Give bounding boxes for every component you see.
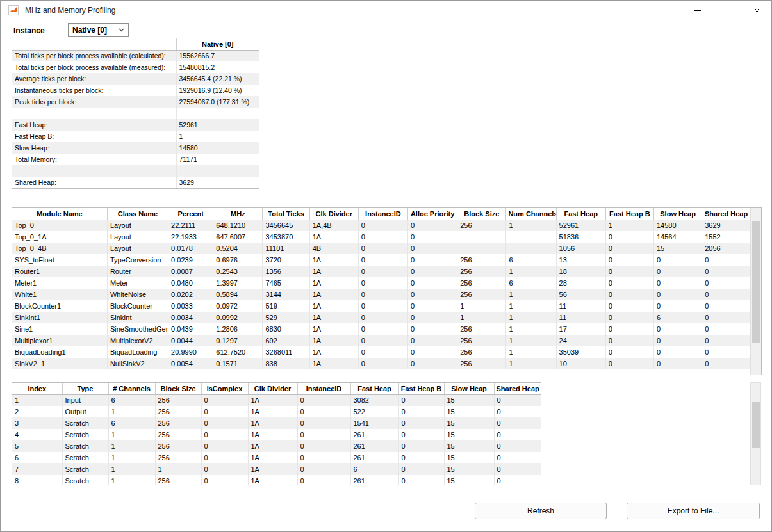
table-cell[interactable]: Router1 bbox=[12, 266, 107, 277]
table-row[interactable]: Shared Heap:3629 bbox=[12, 177, 259, 188]
table-cell[interactable]: 1A bbox=[248, 429, 297, 440]
table-cell[interactable]: 0 bbox=[201, 417, 248, 429]
table-cell[interactable]: 6 bbox=[506, 254, 556, 266]
instance-dropdown[interactable]: Native [0] bbox=[68, 23, 129, 37]
table-row[interactable]: SinkV2_1NullSinkV20.00540.15718381A00256… bbox=[12, 358, 750, 369]
table-cell[interactable]: 10 bbox=[556, 358, 605, 369]
table-cell[interactable]: 0.0054 bbox=[168, 358, 213, 369]
table-cell[interactable]: 0 bbox=[201, 475, 248, 485]
table-cell[interactable]: 0 bbox=[605, 243, 653, 254]
table-cell[interactable]: 0 bbox=[653, 323, 702, 335]
table-row[interactable]: Sine1SineSmoothedGen0.04391.280668301A00… bbox=[12, 323, 750, 335]
table-cell[interactable]: 1056 bbox=[556, 243, 605, 254]
table-cell[interactable]: 52961 bbox=[556, 220, 605, 231]
table-cell[interactable]: 1 bbox=[506, 312, 556, 323]
table-cell[interactable]: 0 bbox=[408, 231, 457, 243]
table-cell[interactable]: 0 bbox=[408, 346, 457, 358]
table-cell[interactable]: 3456645 bbox=[263, 220, 309, 231]
table-cell[interactable]: 519 bbox=[263, 300, 309, 312]
table-row[interactable]: Slow Heap:14580 bbox=[12, 142, 259, 154]
table-cell[interactable]: Top_0_1A bbox=[12, 231, 107, 243]
table-cell[interactable]: 261 bbox=[350, 452, 398, 463]
table-cell[interactable]: 1 bbox=[506, 358, 556, 369]
table-cell[interactable]: 0 bbox=[702, 323, 750, 335]
table-cell[interactable]: 56 bbox=[556, 289, 605, 300]
table-cell[interactable]: 0 bbox=[358, 323, 407, 335]
table-cell[interactable]: 0 bbox=[494, 406, 541, 417]
table-cell[interactable]: 1 bbox=[108, 463, 155, 475]
table-row[interactable]: Total Memory:71171 bbox=[12, 154, 259, 165]
table-cell[interactable]: 612.7520 bbox=[213, 346, 263, 358]
table-cell[interactable]: 1 bbox=[108, 440, 155, 452]
table-cell[interactable]: Meter1 bbox=[12, 277, 107, 289]
table-cell[interactable]: 0 bbox=[702, 335, 750, 346]
table-cell[interactable]: 1A bbox=[309, 312, 358, 323]
table-row[interactable]: 1Input625601A030820150 bbox=[12, 394, 541, 406]
table-cell[interactable] bbox=[506, 231, 556, 243]
table-cell[interactable]: 0 bbox=[201, 452, 248, 463]
table-cell[interactable]: Total ticks per block process available … bbox=[12, 50, 176, 61]
table-cell[interactable]: 1A bbox=[309, 335, 358, 346]
table-cell[interactable] bbox=[12, 165, 176, 177]
table-cell[interactable]: 4 bbox=[12, 429, 62, 440]
table-cell[interactable]: 0 bbox=[358, 300, 407, 312]
table-cell[interactable]: 15562666.7 bbox=[176, 50, 259, 61]
table-cell[interactable]: 6 bbox=[350, 463, 398, 475]
table-row[interactable]: 5Scratch125601A02610150 bbox=[12, 440, 541, 452]
table-cell[interactable]: 0.0202 bbox=[168, 289, 213, 300]
table-cell[interactable]: 2056 bbox=[702, 243, 750, 254]
table-row[interactable]: BlockCounter1BlockCounter0.00330.0972519… bbox=[12, 300, 750, 312]
table-cell[interactable]: 648.1210 bbox=[213, 220, 263, 231]
table-cell[interactable]: 0 bbox=[358, 277, 407, 289]
table-cell[interactable]: Scratch bbox=[62, 417, 108, 429]
table-cell[interactable]: 0 bbox=[605, 323, 653, 335]
table-cell[interactable]: 3144 bbox=[263, 289, 309, 300]
table-cell[interactable]: 0.0044 bbox=[168, 335, 213, 346]
table-cell[interactable]: 15480815.2 bbox=[176, 61, 259, 73]
table-cell[interactable]: 256 bbox=[155, 429, 201, 440]
table-cell[interactable]: 3268011 bbox=[263, 346, 309, 358]
table-cell[interactable]: 261 bbox=[350, 429, 398, 440]
table-cell[interactable]: 1 bbox=[176, 131, 259, 142]
table-cell[interactable]: 0 bbox=[408, 312, 457, 323]
table-cell[interactable]: 0 bbox=[358, 346, 407, 358]
table-cell[interactable]: 0 bbox=[605, 231, 653, 243]
table-cell[interactable]: 0 bbox=[408, 300, 457, 312]
table-cell[interactable]: 0 bbox=[494, 463, 541, 475]
table-row[interactable]: Router1Router0.00870.254313561A002561180… bbox=[12, 266, 750, 277]
table-cell[interactable]: 3453870 bbox=[263, 231, 309, 243]
table-cell[interactable]: 0 bbox=[653, 289, 702, 300]
table-cell[interactable]: 256 bbox=[457, 335, 506, 346]
table-cell[interactable]: 0 bbox=[653, 335, 702, 346]
table-cell[interactable]: 0 bbox=[702, 300, 750, 312]
table-cell[interactable]: 0 bbox=[702, 358, 750, 369]
module-table-scrollbar[interactable] bbox=[750, 208, 761, 375]
table-cell[interactable]: 0 bbox=[398, 440, 444, 452]
table-row[interactable]: Instantaneous ticks per block:1929016.9 … bbox=[12, 85, 259, 96]
table-cell[interactable]: 15 bbox=[653, 243, 702, 254]
table-cell[interactable]: 0 bbox=[398, 406, 444, 417]
table-row[interactable]: Meter1Meter0.04801.399774651A00256628000 bbox=[12, 277, 750, 289]
table-row[interactable]: White1WhiteNoise0.02020.589431441A002561… bbox=[12, 289, 750, 300]
table-cell[interactable]: SineSmoothedGen bbox=[107, 323, 168, 335]
table-cell[interactable]: 3720 bbox=[263, 254, 309, 266]
table-row[interactable]: 8Scratch125601A02610150 bbox=[12, 475, 541, 485]
table-cell[interactable]: TypeConversion bbox=[107, 254, 168, 266]
buffer-table-scrollbar[interactable] bbox=[750, 382, 761, 485]
table-cell[interactable]: Router bbox=[107, 266, 168, 277]
table-cell[interactable]: 0.6976 bbox=[213, 254, 263, 266]
table-row[interactable]: Top_0_4BLayout0.01780.5204111014B0010560… bbox=[12, 243, 750, 254]
table-cell[interactable]: 1A bbox=[248, 440, 297, 452]
table-cell[interactable]: 0.5894 bbox=[213, 289, 263, 300]
table-cell[interactable]: 71171 bbox=[176, 154, 259, 165]
table-cell[interactable]: 1A bbox=[309, 358, 358, 369]
table-cell[interactable]: 1 bbox=[12, 394, 62, 406]
table-cell[interactable]: 0 bbox=[605, 358, 653, 369]
table-cell[interactable]: 256 bbox=[155, 452, 201, 463]
buffer-scrollbar-thumb[interactable] bbox=[752, 402, 760, 448]
table-cell[interactable]: 0 bbox=[408, 289, 457, 300]
table-cell[interactable]: Top_0 bbox=[12, 220, 107, 231]
table-cell[interactable]: Layout bbox=[107, 243, 168, 254]
table-cell[interactable]: 0 bbox=[358, 335, 407, 346]
table-cell[interactable]: 0 bbox=[398, 452, 444, 463]
